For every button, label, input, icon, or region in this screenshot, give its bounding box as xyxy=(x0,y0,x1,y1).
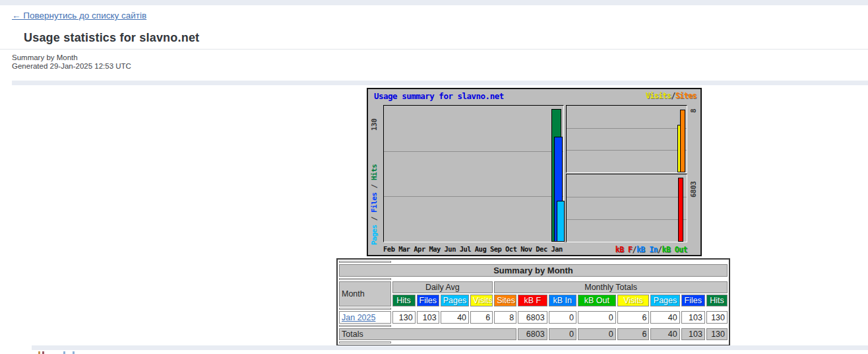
separator-cell xyxy=(339,308,391,310)
back-link-wrap: ← Повернутись до списку сайтів xyxy=(12,11,146,20)
value-cell: 103 xyxy=(417,311,439,324)
summary-by-month-table: Summary by Month Month Daily Avg Monthly… xyxy=(336,258,730,346)
x-label-dec: Dec xyxy=(536,245,547,253)
x-label-aug: Aug xyxy=(475,245,486,253)
chart-legend-visits-sites: Visits/Sites xyxy=(646,91,697,100)
column-header-files: Files xyxy=(681,295,705,306)
column-header-kb-out: kB Out xyxy=(578,295,616,306)
page: ← Повернутись до списку сайтів Usage sta… xyxy=(0,0,868,354)
separator-row xyxy=(339,308,728,310)
chart-kbytes-panel xyxy=(566,174,687,242)
clipped-footer-text xyxy=(38,351,117,354)
clipped-glyph xyxy=(42,351,44,354)
table-row-jan-2025: Jan 2025 1301034068680300640103130 xyxy=(339,311,728,324)
bar-sites xyxy=(680,110,685,172)
bar-pages xyxy=(557,201,565,242)
gridline xyxy=(384,196,563,197)
separator-cell xyxy=(339,261,391,263)
right-top-axis-max-label: 8 xyxy=(689,102,698,113)
column-header-kb-in: kB In xyxy=(549,295,576,306)
x-label-may: May xyxy=(429,245,440,253)
value-cell: 6 xyxy=(617,311,650,324)
chart-visits-sites-panel xyxy=(566,105,687,173)
axis-word-hits: Hits xyxy=(370,164,379,181)
value-cell: 103 xyxy=(681,311,705,324)
value-cell: 40 xyxy=(441,311,469,324)
totals-row: Totals 680300640103130 xyxy=(339,328,728,340)
totals-label: Totals xyxy=(339,328,516,340)
left-axis-max-label: 130 xyxy=(370,104,379,131)
x-label-nov: Nov xyxy=(520,245,532,253)
totals-value-cell: 6 xyxy=(617,328,650,340)
value-cell: 6 xyxy=(470,311,493,324)
legend-item-kb-in: kB In xyxy=(636,245,658,254)
x-label-mar: Mar xyxy=(398,245,410,253)
gridline xyxy=(567,219,687,220)
table-caption: Summary by Month xyxy=(339,264,728,277)
generated-timestamp: Generated 29-Jan-2025 12:53 UTC xyxy=(12,62,131,70)
legend-item-kb-f: kB F xyxy=(615,245,633,254)
value-cell: 0 xyxy=(578,311,616,324)
month-column-header: Month xyxy=(339,281,391,306)
month-link-jan-2025[interactable]: Jan 2025 xyxy=(342,313,375,322)
value-cell: 6803 xyxy=(518,311,547,324)
legend-item-visits: Visits xyxy=(646,91,671,100)
column-header-visits: Visits xyxy=(617,295,650,306)
totals-value-cell: 103 xyxy=(681,328,705,340)
x-label-jun: Jun xyxy=(445,245,456,253)
daily-avg-group-header: Daily Avg xyxy=(392,281,493,293)
column-header-sites: Sites xyxy=(494,295,516,306)
separator-cell xyxy=(339,325,391,327)
right-bottom-axis-max-label: 6803 xyxy=(689,171,698,197)
totals-value-cell: 0 xyxy=(578,328,616,340)
bottom-divider-band xyxy=(32,345,868,350)
separator-row xyxy=(339,278,728,280)
top-divider-band xyxy=(0,0,868,5)
totals-value-cell: 6803 xyxy=(518,328,547,340)
separator-row xyxy=(339,261,728,263)
column-header-kb-f: kB F xyxy=(518,295,547,306)
totals-value-cell: 0 xyxy=(549,328,576,340)
x-label-jan: Jan xyxy=(551,245,562,253)
separator-cell xyxy=(339,341,391,343)
axis-word-files: Files xyxy=(370,192,379,213)
x-label-feb: Feb xyxy=(383,245,394,253)
x-label-apr: Apr xyxy=(414,245,425,253)
x-label-sep: Sep xyxy=(490,245,501,253)
mid-divider-band xyxy=(12,81,868,85)
totals-value-cell: 40 xyxy=(650,328,679,340)
x-label-jul: Jul xyxy=(460,245,471,253)
gridline xyxy=(384,151,563,152)
column-header-row: HitsFilesPagesVisitsSiteskB FkB InkB Out… xyxy=(339,295,728,306)
x-label-oct: Oct xyxy=(505,245,516,253)
clipped-glyph xyxy=(73,351,75,354)
monthly-totals-group-header: Monthly Totals xyxy=(494,281,728,293)
summary-by-month-label: Summary by Month xyxy=(12,53,78,61)
page-title: Usage statistics for slavno.net xyxy=(24,31,199,45)
x-axis-month-labels: FebMarAprMayJunJulAugSepOctNovDecJan xyxy=(383,245,563,253)
value-cell: 130 xyxy=(706,311,728,324)
column-header-hits: Hits xyxy=(706,295,728,306)
axis-word-pages: Pages xyxy=(370,225,379,245)
totals-value-cell: 130 xyxy=(706,328,728,340)
back-to-site-list-link[interactable]: ← Повернутись до списку сайтів xyxy=(12,11,146,20)
value-cell: 130 xyxy=(392,311,416,324)
value-cell: 40 xyxy=(650,311,679,324)
column-header-pages: Pages xyxy=(441,295,469,306)
value-cell: 0 xyxy=(549,311,576,324)
chart-legend-kbytes: kB F/kB In/kB Out xyxy=(615,245,687,254)
column-header-files: Files xyxy=(417,295,439,306)
clipped-glyph xyxy=(38,351,40,354)
gridline xyxy=(567,150,687,151)
usage-summary-chart: Usage summary for slavno.net Visits/Site… xyxy=(367,88,702,256)
legend-item-kb-out: kB Out xyxy=(662,245,687,254)
chart-title: Usage summary for slavno.net xyxy=(374,91,504,101)
horizontal-rule xyxy=(0,49,868,50)
separator-cell xyxy=(339,278,391,280)
gridline xyxy=(567,128,687,129)
month-cell: Jan 2025 xyxy=(339,311,391,324)
legend-item-sites: Sites xyxy=(675,91,697,100)
column-header-visits: Visits xyxy=(470,295,493,306)
bar-kb-f xyxy=(678,178,683,242)
column-header-hits: Hits xyxy=(392,295,416,306)
